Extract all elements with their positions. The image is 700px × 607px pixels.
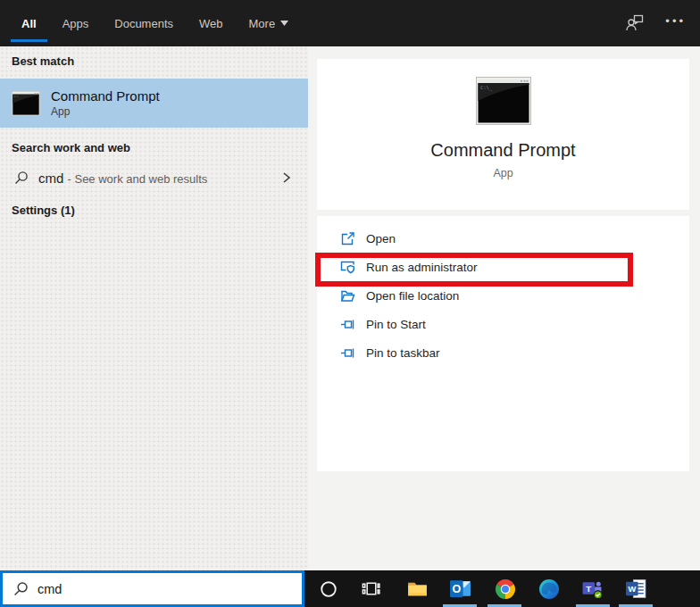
chevron-down-icon xyxy=(280,21,288,26)
tab-all[interactable]: All xyxy=(21,17,37,30)
best-match-title: Command Prompt xyxy=(51,88,160,104)
admin-shield-icon xyxy=(340,260,355,275)
tab-web[interactable]: Web xyxy=(199,17,223,30)
search-results-panel: Best match Command Prompt App Search wor… xyxy=(0,46,308,570)
settings-header: Settings (1) xyxy=(0,204,75,217)
teams-icon[interactable]: T xyxy=(581,578,604,600)
action-label: Pin to Start xyxy=(366,318,426,331)
task-view-icon[interactable] xyxy=(360,578,382,600)
outlook-icon[interactable]: O xyxy=(449,578,471,600)
best-match-type: App xyxy=(51,105,160,118)
word-icon[interactable]: W xyxy=(625,578,647,600)
preview-app-card: Command Prompt App xyxy=(317,59,689,210)
svg-text:T: T xyxy=(586,584,591,594)
folder-open-icon xyxy=(340,288,355,304)
command-prompt-icon xyxy=(12,91,40,116)
taskbar-search-box[interactable] xyxy=(0,570,304,607)
preview-title: Command Prompt xyxy=(317,140,689,161)
action-label: Run as administrator xyxy=(366,261,478,274)
chevron-right-icon[interactable] xyxy=(281,170,292,185)
suggestion-hint: - See work and web results xyxy=(68,172,208,186)
search-filter-bar: All Apps Documents Web More ••• xyxy=(0,0,700,46)
svg-text:W: W xyxy=(628,585,636,594)
svg-text:O: O xyxy=(452,583,461,595)
taskbar: O xyxy=(0,570,700,607)
topbar-actions: ••• xyxy=(624,12,686,34)
filter-tabs: All Apps Documents Web More xyxy=(21,0,288,46)
more-options-icon[interactable]: ••• xyxy=(665,15,686,32)
tab-more[interactable]: More xyxy=(249,17,289,30)
action-label: Open xyxy=(366,232,396,245)
action-label: Open file location xyxy=(366,289,459,303)
tab-documents[interactable]: Documents xyxy=(114,17,173,30)
action-open-file-location[interactable]: Open file location xyxy=(317,281,689,310)
action-label: Pin to taskbar xyxy=(366,346,440,360)
search-icon xyxy=(14,170,29,185)
chrome-icon[interactable] xyxy=(494,578,516,600)
context-actions-card: Open Run as administrator Open file loca… xyxy=(317,216,689,471)
action-open[interactable]: Open xyxy=(317,224,689,253)
search-input[interactable] xyxy=(38,582,261,596)
cortana-icon[interactable] xyxy=(317,578,339,600)
feedback-icon[interactable] xyxy=(624,12,646,34)
launch-icon xyxy=(340,231,355,246)
best-match-result[interactable]: Command Prompt App xyxy=(0,79,308,128)
edge-icon[interactable] xyxy=(538,578,560,600)
suggestion-query: cmd xyxy=(38,170,63,186)
windows-search-flyout: All Apps Documents Web More ••• Best mat… xyxy=(0,0,700,607)
web-search-suggestion[interactable]: cmd - See work and web results xyxy=(0,161,308,195)
tab-more-label: More xyxy=(249,17,276,30)
action-run-as-administrator[interactable]: Run as administrator xyxy=(317,253,689,281)
preview-panel: Command Prompt App Open Run as administr… xyxy=(308,46,700,570)
pin-icon xyxy=(340,345,355,361)
command-prompt-icon xyxy=(476,77,531,125)
tab-apps[interactable]: Apps xyxy=(62,17,89,30)
pin-icon xyxy=(340,317,355,332)
action-pin-to-start[interactable]: Pin to Start xyxy=(317,310,689,338)
search-web-header: Search work and web xyxy=(0,141,130,154)
preview-type: App xyxy=(317,167,689,179)
best-match-header: Best match xyxy=(0,54,74,68)
file-explorer-icon[interactable] xyxy=(406,578,429,600)
search-icon xyxy=(13,581,29,596)
action-pin-to-taskbar[interactable]: Pin to taskbar xyxy=(317,338,689,367)
